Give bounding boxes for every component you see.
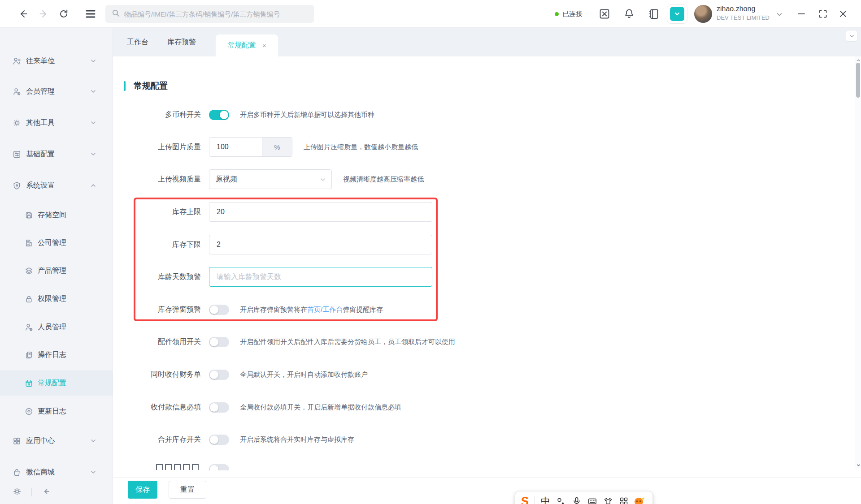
sidebar-item-update-logs[interactable]: 更新日志 [0,399,113,424]
ime-toolbar: S 中 ✦ [515,491,653,504]
chevron-down-icon [90,88,96,95]
sidebar-item-app-center[interactable]: 应用中心 [0,428,113,453]
lock-icon [25,295,33,303]
sidebar-item-members[interactable]: 会员管理 [0,79,113,104]
tab-workbench[interactable]: 工作台 [127,28,148,56]
accessory-toggle[interactable] [209,337,229,347]
shield-icon [13,181,21,190]
reset-button[interactable]: 重置 [169,481,206,499]
image-quality-input[interactable] [209,138,262,156]
sidebar-item-operation-logs[interactable]: 操作日志 [0,342,113,367]
finance-sync-toggle[interactable] [209,370,229,380]
switch-window-icon[interactable] [599,8,610,20]
sidebar-item-personnel[interactable]: 人员管理 [0,314,113,340]
form-row-video-quality: 上传视频质量 原视频 视频清晰度越高压缩率越低 [113,169,861,189]
sidebar-footer [0,481,113,504]
chevron-down-icon [90,438,96,444]
sidebar-item-contacts[interactable]: 往来单位 [0,48,113,73]
forward-icon[interactable] [38,9,49,19]
skin-icon[interactable] [603,496,613,504]
form-row-merge-stock: 合并库存开关 开启后系统将合并实时库存与虚拟库存 [113,430,861,449]
sogou-logo-icon[interactable]: S [520,495,530,504]
stock-upper-input[interactable] [209,202,432,222]
section-heading: 常规配置 [124,77,168,95]
emoji-icon[interactable]: ✦ [635,496,644,504]
chevron-down-icon [90,58,96,64]
form-row-image-quality: 上传图片质量 % 上传图片压缩质量，数值越小质量越低 [113,137,861,157]
tab-stock-alert[interactable]: 库存预警 [167,28,196,56]
settings-gear-icon[interactable] [13,487,22,498]
notification-bell-icon[interactable] [623,8,635,20]
multi-currency-toggle[interactable] [209,110,229,120]
base-config-icon [13,150,21,159]
partial-label-fragment [192,464,199,470]
sidebar-item-general-config[interactable]: 常规配置 [0,370,113,396]
search-input[interactable] [124,10,308,18]
maximize-button[interactable] [818,9,828,19]
stock-lower-input[interactable] [209,235,432,254]
storage-icon [25,211,33,220]
back-icon[interactable] [18,9,29,19]
partial-toggle[interactable] [209,464,229,470]
refresh-icon[interactable] [58,9,69,19]
apps-icon [13,437,21,445]
settings-form: 常规配置 多币种开关 开启多币种开关后新增单据可以选择其他币种 上传图片质量 %… [113,56,861,470]
search-icon [112,9,120,19]
page-title: 常规配置 [134,80,168,92]
vertical-scrollbar [855,56,861,469]
tab-overflow-chevron-icon[interactable] [846,30,857,42]
heading-accent-bar [124,81,126,91]
video-quality-select[interactable]: 原视频 [209,169,332,189]
partial-label-fragment [156,464,163,470]
sidebar-item-products[interactable]: 产品管理 [0,258,113,283]
scrollbar-thumb[interactable] [856,63,860,98]
chevron-up-icon [90,182,96,189]
menu-icon[interactable] [85,9,96,20]
form-row-stock-lower: 库存下限 [113,235,861,254]
user-avatar[interactable] [694,5,712,23]
quick-menu-button[interactable] [667,4,687,24]
scroll-down-arrow[interactable] [856,462,861,468]
product-icon [25,267,33,275]
tab-close-icon[interactable]: × [262,42,266,49]
keyboard-icon[interactable] [587,496,597,504]
divider [31,488,32,496]
sidebar-item-other-tools[interactable]: 其他工具 [0,110,113,135]
percent-addon: % [262,138,292,156]
company-icon [25,239,33,247]
form-row-payment-required: 收付款信息必填 全局收付款必填开关，开启后新增单据收付款信息必填 [113,397,861,417]
minimize-button[interactable] [796,9,806,19]
form-footer: 保存 重置 [113,477,861,504]
apps-grid-icon[interactable] [619,496,629,504]
notebook-icon[interactable] [648,8,659,20]
topbar: 已连接 zihao.zhong DEV TEST LIMITED [0,0,861,28]
home-workbench-link[interactable]: 首页/工作台 [307,306,343,313]
sidebar-item-company[interactable]: 公司管理 [0,230,113,255]
payment-required-toggle[interactable] [209,402,229,413]
mic-icon[interactable] [572,496,582,504]
close-button[interactable] [838,9,848,19]
chinese-mode-icon[interactable]: 中 [541,495,550,504]
collapse-sidebar-icon[interactable] [42,487,51,498]
sidebar-item-permissions[interactable]: 权限管理 [0,286,113,311]
user-menu-chevron-icon[interactable] [776,11,787,22]
form-row-finance-sync: 同时收付财务单 全局默认开关，开启时自动添加收付款账户 [113,365,861,384]
save-button[interactable]: 保存 [128,481,157,499]
form-row-accessory-switch: 配件领用开关 开启配件领用开关后配件入库后需要分货给员工，员工领取后才可以使用 [113,332,861,352]
partial-label-fragment [183,464,190,470]
tab-general-config[interactable]: 常规配置 × [216,34,278,56]
chevron-down-icon [90,120,96,126]
sidebar-item-system-settings[interactable]: 系统设置 [0,173,113,198]
general-config-icon [25,379,33,388]
global-search[interactable] [105,5,314,23]
stock-age-input[interactable] [209,267,432,287]
tools-icon [13,119,21,127]
store-icon [13,468,21,477]
sidebar-item-base-config[interactable]: 基础配置 [0,142,113,167]
punctuation-icon[interactable] [556,496,566,504]
stock-popup-toggle[interactable] [209,305,229,315]
tabbar: 工作台 库存预警 常规配置 × [113,28,861,56]
sidebar-item-storage[interactable]: 存储空间 [0,202,113,228]
merge-stock-toggle[interactable] [209,435,229,445]
scroll-up-arrow[interactable] [856,57,861,63]
